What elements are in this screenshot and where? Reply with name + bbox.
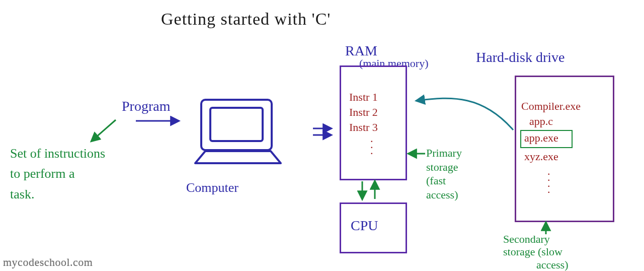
secondary-storage-label: Secondary storage (slow access) xyxy=(503,233,569,271)
page-title: Getting started with 'C' xyxy=(161,9,331,29)
primary-storage-label: Primary storage (fast access) xyxy=(426,146,462,201)
computer-icon xyxy=(190,97,286,177)
arrow-program-to-note xyxy=(92,120,116,141)
arrow-computer-to-ram xyxy=(313,128,331,135)
cpu-label: CPU xyxy=(351,218,378,234)
hdd-file-xyz: xyz.exe xyxy=(524,150,558,163)
ram-instr-2: Instr 2 xyxy=(349,106,378,118)
computer-label: Computer xyxy=(186,180,238,195)
svg-rect-1 xyxy=(210,108,263,141)
instructions-note: Set of instructions to perform a task. xyxy=(10,144,105,205)
hdd-file-appexe: app.exe xyxy=(524,131,558,144)
arrow-hdd-to-ram xyxy=(417,98,513,130)
hdd-box xyxy=(515,76,614,222)
ram-instr-3: Instr 3 xyxy=(349,121,378,133)
ram-more-dots: ··· xyxy=(370,139,373,157)
ram-instr-1: Instr 1 xyxy=(349,91,378,103)
hdd-title: Hard-disk drive xyxy=(476,49,565,65)
hdd-file-appc: app.c xyxy=(529,115,553,127)
program-label: Program xyxy=(122,98,170,114)
hdd-file-compiler: Compiler.exe xyxy=(521,100,581,112)
hdd-more-dots: ···· xyxy=(547,171,550,195)
watermark: mycodeschool.com xyxy=(3,256,93,269)
